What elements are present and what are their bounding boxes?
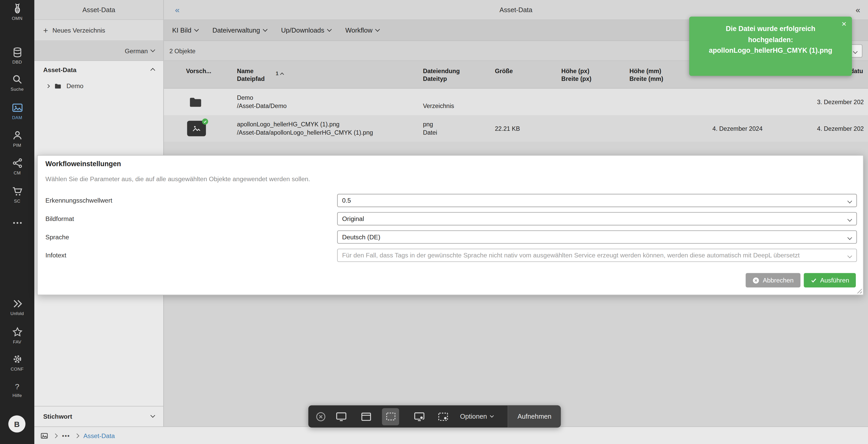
omn-bee-logo-icon bbox=[11, 3, 23, 14]
table-row-demo-folder[interactable]: Demo /Asset-Data/Demo Verzeichnis 3. Dez… bbox=[164, 89, 868, 115]
cart-icon bbox=[11, 185, 23, 197]
modal-subtitle: Wählen Sie die Parameter aus, die auf al… bbox=[45, 176, 310, 182]
sidebar-item-dam[interactable]: DAM bbox=[0, 102, 34, 120]
field-label-erkennungsschwellwert: Erkennungsschwellwert bbox=[45, 194, 113, 207]
sidebar-item-label: Suche bbox=[10, 87, 24, 92]
row-created-cell: 4. Dezember 202 bbox=[817, 115, 868, 142]
chevron-down-icon bbox=[150, 47, 155, 52]
chevron-down-icon bbox=[853, 49, 858, 54]
infotext-select: Für den Fall, dass Tags in der gewünscht… bbox=[337, 248, 857, 262]
person-icon bbox=[11, 129, 23, 141]
column-name-dateipfad[interactable]: NameDateipfad 1 bbox=[237, 61, 420, 88]
gear-icon bbox=[11, 353, 23, 365]
image-icon[interactable] bbox=[40, 432, 49, 439]
chevron-down-icon bbox=[327, 27, 332, 31]
capture-region-icon[interactable] bbox=[382, 408, 399, 425]
upload-success-toast: Die Datei wurde erfolgreich hochgeladen:… bbox=[689, 17, 852, 76]
confirm-button[interactable]: Ausführen bbox=[803, 273, 856, 287]
menu-workflow[interactable]: Workflow bbox=[345, 26, 379, 34]
row-modified-cell: 4. Dezember 2024 bbox=[712, 115, 815, 142]
chevron-right-icon bbox=[74, 433, 79, 438]
sidebar-item-cm[interactable]: CM bbox=[0, 157, 34, 176]
bildformat-select[interactable]: Original bbox=[337, 212, 857, 225]
table-row-apollon-logo-png[interactable]: apollonLogo_hellerHG_CMYK (1).png /Asset… bbox=[164, 115, 868, 142]
language-select[interactable]: German bbox=[125, 47, 154, 54]
collapse-panel-right-icon[interactable]: « bbox=[856, 5, 860, 14]
sidebar-item-omn[interactable]: OMN bbox=[0, 3, 34, 21]
column-dateiendung-dateityp[interactable]: DateiendungDateityp bbox=[423, 61, 489, 88]
sidebar-item-conf[interactable]: CONF bbox=[0, 353, 34, 372]
menu-up-downloads[interactable]: Up/Downloads bbox=[281, 26, 331, 34]
sidebar-item-hilfe[interactable]: ? Hilfe bbox=[0, 381, 34, 398]
row-preview-cell bbox=[187, 115, 206, 142]
sidebar-item-label: FAV bbox=[13, 339, 21, 345]
row-size-cell bbox=[495, 89, 557, 115]
chevron-down-icon bbox=[150, 413, 155, 418]
chevron-down-icon bbox=[375, 27, 380, 31]
sort-asc-icon bbox=[280, 72, 284, 76]
close-icon[interactable]: × bbox=[842, 19, 846, 28]
breadcrumb-current-link[interactable]: Asset-Data bbox=[84, 433, 115, 439]
field-label-bildformat: Bildformat bbox=[45, 212, 74, 225]
user-avatar[interactable]: B bbox=[8, 415, 25, 433]
sidebar-item-label: CM bbox=[14, 171, 21, 176]
record-region-icon[interactable] bbox=[437, 411, 449, 422]
sidebar-item-dbd[interactable]: DBD bbox=[0, 47, 34, 65]
double-chevron-right-icon bbox=[11, 298, 23, 309]
sidebar-item-label: CONF bbox=[10, 367, 24, 372]
chevron-right-icon bbox=[46, 84, 50, 88]
menu-ki-bild[interactable]: KI Bild bbox=[172, 26, 198, 34]
sidebar-item-label: Hilfe bbox=[12, 393, 22, 398]
capture-fullscreen-icon[interactable] bbox=[336, 411, 347, 422]
capture-close-icon[interactable] bbox=[315, 411, 327, 422]
sidebar-item-sc[interactable]: SC bbox=[0, 185, 34, 204]
more-dots-icon bbox=[11, 217, 23, 229]
capture-record-button[interactable]: Aufnehmen bbox=[507, 406, 561, 428]
column-hoehe-breite-px[interactable]: Höhe (px)Breite (px) bbox=[561, 61, 627, 88]
cancel-button[interactable]: Abbrechen bbox=[746, 273, 800, 287]
omn-logo-label: OMN bbox=[12, 16, 23, 21]
column-vorschau[interactable]: Vorsch... bbox=[186, 61, 235, 88]
sidebar-item-more[interactable] bbox=[0, 217, 34, 229]
field-label-infotext: Infotext bbox=[45, 248, 66, 262]
breadcrumb-ellipsis[interactable]: ••• bbox=[62, 433, 70, 439]
erkennungsschwellwert-select[interactable]: 0.5 bbox=[337, 194, 857, 207]
language-row: German bbox=[34, 41, 163, 61]
sidebar-item-fav[interactable]: FAV bbox=[0, 326, 34, 345]
record-label: Aufnehmen bbox=[518, 412, 552, 420]
menu-label: Dateiverwaltung bbox=[212, 26, 260, 34]
image-file-icon bbox=[187, 121, 206, 136]
sprache-select[interactable]: Deutsch (DE) bbox=[337, 230, 857, 243]
record-screen-icon[interactable] bbox=[413, 411, 425, 422]
row-name-cell: apollonLogo_hellerHG_CMYK (1).png /Asset… bbox=[237, 115, 420, 142]
search-icon bbox=[11, 73, 23, 85]
chevron-down-icon bbox=[847, 217, 852, 221]
object-count: 2 Objekte bbox=[169, 47, 195, 54]
resize-handle[interactable] bbox=[856, 287, 862, 294]
sidebar-item-label: DAM bbox=[12, 115, 22, 120]
chevron-right-icon bbox=[53, 433, 58, 438]
chevron-down-icon bbox=[194, 27, 199, 31]
new-folder-button[interactable]: + Neues Verzeichnis bbox=[34, 20, 163, 41]
stichwort-section-header[interactable]: Stichwort bbox=[34, 406, 163, 426]
tree-root-asset-data[interactable]: Asset-Data bbox=[34, 61, 163, 79]
select-value: Original bbox=[342, 215, 364, 222]
tree-item-demo[interactable]: Demo bbox=[34, 79, 163, 93]
question-mark-icon: ? bbox=[15, 381, 20, 391]
chevron-down-icon bbox=[847, 254, 852, 258]
modal-buttons: Abbrechen Ausführen bbox=[746, 273, 856, 287]
column-groesse[interactable]: Größe bbox=[495, 61, 557, 88]
row-name-cell: Demo /Asset-Data/Demo bbox=[237, 89, 420, 115]
menu-dateiverwaltung[interactable]: Dateiverwaltung bbox=[212, 26, 267, 34]
chevron-down-icon bbox=[847, 235, 852, 240]
menu-label: Up/Downloads bbox=[281, 26, 324, 34]
capture-window-icon[interactable] bbox=[361, 411, 372, 422]
capture-options-button[interactable]: Optionen bbox=[460, 412, 493, 420]
left-panel-header: Asset-Data bbox=[34, 0, 163, 20]
select-value: 0.5 bbox=[342, 197, 351, 204]
sidebar-item-pim[interactable]: PIM bbox=[0, 129, 34, 148]
row-size-cell: 22.21 KB bbox=[495, 115, 557, 142]
collapse-panel-left-icon[interactable]: « bbox=[175, 5, 180, 14]
sidebar-item-suche[interactable]: Suche bbox=[0, 73, 34, 92]
sidebar-item-unfold[interactable]: Unfold bbox=[0, 298, 34, 316]
